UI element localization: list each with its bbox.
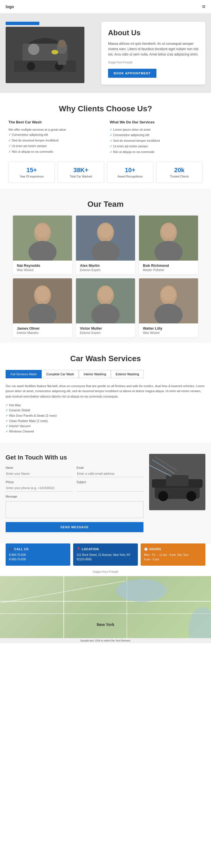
team-member-name: Walter Lilly [143,326,194,331]
list-item: Nisi ut aliquip ex ea commodo [110,149,203,155]
book-appointment-button[interactable]: BOOK APPOINTMENT [108,69,156,78]
list-item: Clean Rubber Mats (2 rows) [6,418,205,424]
team-card: Alex Martin Exterior Expert [76,216,135,274]
stat-number: 20k [159,166,200,174]
name-label: Name [6,466,73,469]
svg-point-3 [28,44,39,55]
team-member-role: Exterior Expert [80,331,131,334]
send-message-button[interactable]: SEND MESSAGE [6,522,143,532]
info-box-title: 🕐 HOURS [144,548,202,551]
service-tab[interactable]: Complete Car Wash [42,370,79,378]
hero-image-wrap [6,22,96,83]
team-section: Our Team Nat Reynolds Wax Wizard Ale [0,188,211,343]
team-info: Victor Muller Exterior Expert [76,323,135,337]
list-item: Hot Wax [6,403,205,408]
info-box-icon: 📍 [76,548,81,551]
tabs-row: Full Services WashComplete Car WashInter… [6,370,205,378]
svg-point-30 [99,287,112,301]
list-item: Wax Door Panels & Seats (2 rows) [6,413,205,418]
email-input[interactable] [76,470,143,477]
svg-point-18 [99,224,112,238]
about-title: About Us [108,28,199,37]
phone-input[interactable] [6,485,73,492]
why-grid: The Best Car Wash We offer multiple serv… [8,120,203,155]
list-item: Ceramic Shield [6,408,205,413]
list-item: Lorem ipsum dolor sit amet [110,127,203,133]
why-col1-title: The Best Car Wash [8,120,101,124]
svg-point-5 [27,62,35,70]
services-content: Our car wash facilities feature flat-bel… [6,383,205,434]
why-title: Why Clients Choose Us? [8,104,203,113]
svg-point-14 [35,224,49,238]
email-field: Email [76,466,143,477]
service-tab[interactable]: Exterior Washing [111,370,144,378]
team-photo [76,216,135,260]
info-box-title: 📞 CALL US [9,548,67,551]
info-box-text: 121 Rock Street, 21 Avenue, New York, NY… [76,553,135,562]
stat-number: 10+ [110,166,150,174]
subject-input[interactable] [76,485,143,492]
svg-point-22 [162,224,176,238]
why-col2-list: Lorem ipsum dolor sit ametConsectetur ad… [110,127,203,155]
stat-number: 38K+ [61,166,101,174]
why-col2-title: What We Do Our Services [110,120,203,124]
message-textarea[interactable] [6,501,143,518]
team-title: Our Team [6,200,205,209]
team-info: Walter Lilly Wax Wizard [139,323,198,337]
stat-box: 20k Trusted Clients [156,162,203,183]
stat-box: 10+ Award Recognitions [107,162,153,183]
svg-point-39 [186,491,197,501]
sample-text: Sample text. Click to select the Text El… [0,638,211,643]
message-field: Message [6,495,143,518]
stat-label: Total Car Washed [61,175,101,178]
stat-label: Award Recognitions [110,175,150,178]
list-item: Interior Vacuum [6,424,205,429]
info-box-title: 📍 LOCATION [76,548,135,551]
why-col-1: The Best Car Wash We offer multiple serv… [8,120,101,155]
team-member-role: Interior Maestro [17,331,68,334]
hero-image [6,27,84,83]
services-para: Our car wash facilities feature flat-bel… [6,383,205,399]
team-member-role: Exterior Expert [80,268,131,272]
team-card: Bob Richmond Master Polisher [139,216,198,274]
service-tab[interactable]: Interior Washing [79,370,111,378]
team-member-name: Nat Reynolds [17,264,68,268]
stat-box: 38K+ Total Car Washed [58,162,104,183]
why-col-2: What We Do Our Services Lorem ipsum dolo… [110,120,203,155]
map-label: New York [97,622,114,627]
header: logo ≡ [0,0,211,13]
subject-label: Subject [76,480,143,484]
info-box: 📞 CALL US 8-800-70-5008-800-70-500 [6,544,70,566]
svg-rect-40 [166,475,188,486]
hero-section: About Us Massa ultrices mi quis hendreri… [0,13,211,93]
map-section: New York [0,576,211,638]
team-info: Bob Richmond Master Polisher [139,260,198,274]
stat-label: Trusted Clients [159,175,200,178]
service-tab[interactable]: Full Services Wash [6,370,42,378]
team-photo [13,216,72,260]
team-member-name: Victor Muller [80,326,131,331]
about-body: Massa ultrices mi quis hendrerit. Ac ut … [108,41,199,58]
info-box: 🕐 HOURS Mon - Fri ... 11 am - 8 pm, Sat,… [141,544,205,566]
stat-box: 15+ Year Of experience [8,162,55,183]
message-label: Message [6,495,143,498]
info-box-text: 6 am - 8 pm [144,557,202,562]
list-item: Windows Cleaned [6,429,205,434]
services-title: Car Wash Services [6,354,205,363]
list-item: Ut enim ad minim veniam [110,144,203,149]
contact-image-wrap [149,454,205,532]
team-info: Nat Reynolds Wax Wizard [13,260,72,274]
team-member-role: Wax Wizard [17,268,68,272]
hero-blue-accent-top [6,22,39,25]
info-box-text: 8-800-70-500 [9,557,67,562]
svg-point-38 [158,491,168,501]
hamburger-menu[interactable]: ≡ [202,3,205,10]
team-photo [13,278,72,323]
stats-row: 15+ Year Of experience38K+ Total Car Was… [8,162,203,183]
team-photo [76,278,135,323]
svg-point-9 [58,40,66,48]
team-member-role: Master Polisher [143,268,194,272]
info-box-text: 8-800-70-500 [9,553,67,557]
name-input[interactable] [6,470,73,477]
team-member-name: Bob Richmond [143,264,194,268]
